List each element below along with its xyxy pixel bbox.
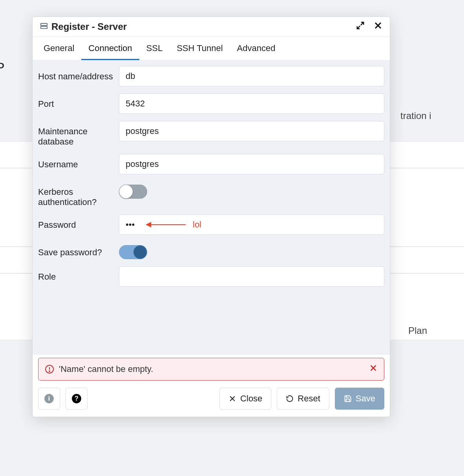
- close-button-label: Close: [240, 394, 262, 404]
- help-button[interactable]: ?: [66, 388, 88, 410]
- reset-icon: [286, 395, 294, 403]
- dialog-header: Register - Server: [33, 17, 390, 37]
- server-icon: [40, 22, 48, 31]
- close-button[interactable]: Close: [219, 388, 271, 410]
- error-icon: [45, 364, 54, 374]
- error-text: 'Name' cannot be empty.: [59, 364, 153, 374]
- background-text: Plan: [408, 324, 427, 337]
- register-server-dialog: Register - Server General Connection SSL…: [32, 16, 390, 417]
- reset-button-label: Reset: [298, 394, 320, 404]
- background-text: tration i: [400, 109, 431, 123]
- dialog-body: Host name/address Port Maintenance datab…: [33, 60, 390, 355]
- dialog-tabs: General Connection SSL SSH Tunnel Advanc…: [33, 37, 390, 60]
- error-banner: 'Name' cannot be empty.: [38, 358, 384, 381]
- svg-rect-1: [41, 26, 47, 29]
- svg-text:?: ?: [75, 395, 79, 402]
- close-icon: [228, 395, 236, 403]
- password-label: Password: [38, 214, 119, 230]
- port-label: Port: [38, 93, 119, 109]
- info-button[interactable]: i: [38, 388, 60, 410]
- svg-point-8: [49, 371, 50, 372]
- host-label: Host name/address: [38, 66, 119, 82]
- tab-ssl[interactable]: SSL: [139, 37, 170, 60]
- save-password-toggle[interactable]: [119, 245, 147, 259]
- reset-button[interactable]: Reset: [277, 388, 329, 410]
- kerberos-toggle[interactable]: [119, 185, 147, 199]
- maintenance-db-label: Maintenance database: [38, 121, 119, 147]
- password-input[interactable]: [119, 214, 384, 235]
- save-password-label: Save password?: [38, 242, 119, 258]
- error-close-icon[interactable]: [369, 364, 378, 375]
- dialog-footer: i ? Close Reset Save: [33, 381, 390, 417]
- svg-text:i: i: [48, 394, 50, 402]
- role-label: Role: [38, 266, 119, 282]
- close-icon[interactable]: [373, 21, 383, 33]
- username-label: Username: [38, 154, 119, 170]
- tab-general[interactable]: General: [37, 37, 81, 60]
- tab-advanced[interactable]: Advanced: [230, 37, 283, 60]
- tab-ssh-tunnel[interactable]: SSH Tunnel: [170, 37, 230, 60]
- dialog-title: Register - Server: [51, 21, 356, 32]
- save-button-label: Save: [356, 394, 375, 404]
- background-text: for P: [0, 58, 5, 77]
- maximize-icon[interactable]: [356, 21, 365, 32]
- host-input[interactable]: [119, 66, 384, 86]
- role-input[interactable]: [119, 266, 384, 287]
- port-input[interactable]: [119, 93, 384, 114]
- tab-connection[interactable]: Connection: [81, 37, 139, 60]
- username-input[interactable]: [119, 154, 384, 174]
- maintenance-db-input[interactable]: [119, 121, 384, 141]
- save-button[interactable]: Save: [335, 388, 384, 410]
- save-icon: [344, 395, 352, 403]
- svg-rect-0: [41, 24, 47, 26]
- kerberos-label: Kerberos authentication?: [38, 181, 119, 207]
